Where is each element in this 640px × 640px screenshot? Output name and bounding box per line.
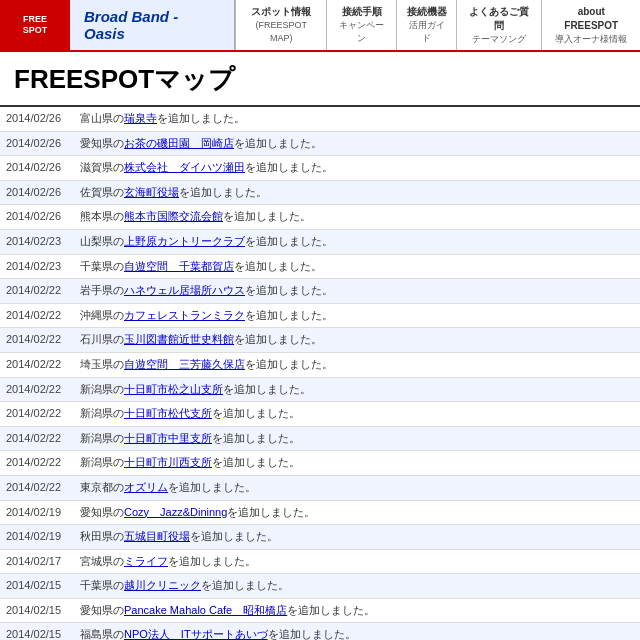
entry-date: 2014/02/22 — [6, 454, 80, 472]
entry-text: 新潟県の十日町市川西支所を追加しました。 — [80, 454, 300, 472]
entry-link[interactable]: オズリム — [124, 481, 168, 493]
entry-text: 新潟県の十日町市中里支所を追加しました。 — [80, 430, 300, 448]
nav-tab-4[interactable]: about FREESPOT導入オーナ様情報 — [541, 0, 640, 50]
entry-link[interactable]: 自遊空間 千葉都賀店 — [124, 260, 234, 272]
table-row: 2014/02/26熊本県の熊本市国際交流会館を追加しました。 — [0, 205, 640, 230]
entry-date: 2014/02/22 — [6, 430, 80, 448]
entry-date: 2014/02/15 — [6, 626, 80, 640]
entry-link[interactable]: 玄海町役場 — [124, 186, 179, 198]
table-row: 2014/02/22岩手県のハネウェル居場所ハウスを追加しました。 — [0, 279, 640, 304]
table-row: 2014/02/22埼玉県の自遊空間 三芳藤久保店を追加しました。 — [0, 353, 640, 378]
entry-text: 愛知県のCozy Jazz&Dininngを追加しました。 — [80, 504, 315, 522]
table-row: 2014/02/22新潟県の十日町市川西支所を追加しました。 — [0, 451, 640, 476]
table-row: 2014/02/19秋田県の五城目町役場を追加しました。 — [0, 525, 640, 550]
entry-date: 2014/02/15 — [6, 602, 80, 620]
table-row: 2014/02/22沖縄県のカフェレストランミラクを追加しました。 — [0, 304, 640, 329]
nav-tab-0[interactable]: スポット情報(FREESPOT MAP) — [235, 0, 326, 50]
logo-area: FREE SPOT — [0, 0, 70, 50]
entry-date: 2014/02/19 — [6, 528, 80, 546]
entry-date: 2014/02/26 — [6, 159, 80, 177]
table-row: 2014/02/26佐賀県の玄海町役場を追加しました。 — [0, 181, 640, 206]
table-row: 2014/02/23山梨県の上野原カントリークラブを追加しました。 — [0, 230, 640, 255]
entry-text: 千葉県の越川クリニックを追加しました。 — [80, 577, 289, 595]
entry-text: 宮城県のミライフを追加しました。 — [80, 553, 256, 571]
entry-date: 2014/02/23 — [6, 233, 80, 251]
entry-date: 2014/02/23 — [6, 258, 80, 276]
entry-text: 福島県のNPO法人 ITサポートあいづを追加しました。 — [80, 626, 356, 640]
content-area: 2014/02/26富山県の瑞泉寺を追加しました。2014/02/26愛知県のお… — [0, 107, 640, 640]
table-row: 2014/02/19愛知県のCozy Jazz&Dininngを追加しました。 — [0, 501, 640, 526]
nav-tabs: スポット情報(FREESPOT MAP)接続手順キャンペーン接続機器活用ガイドよ… — [235, 0, 640, 50]
table-row: 2014/02/22東京都のオズリムを追加しました。 — [0, 476, 640, 501]
entry-text: 愛知県のPancake Mahalo Cafe 昭和橋店を追加しました。 — [80, 602, 375, 620]
table-row: 2014/02/15愛知県のPancake Mahalo Cafe 昭和橋店を追… — [0, 599, 640, 624]
entry-link[interactable]: 十日町市松代支所 — [124, 407, 212, 419]
entry-link[interactable]: 五城目町役場 — [124, 530, 190, 542]
entry-link[interactable]: 十日町市川西支所 — [124, 456, 212, 468]
entry-date: 2014/02/22 — [6, 307, 80, 325]
entry-date: 2014/02/22 — [6, 479, 80, 497]
entry-link[interactable]: 瑞泉寺 — [124, 112, 157, 124]
table-row: 2014/02/15千葉県の越川クリニックを追加しました。 — [0, 574, 640, 599]
logo-text: FREE SPOT — [23, 14, 48, 36]
entry-text: 新潟県の十日町市松代支所を追加しました。 — [80, 405, 300, 423]
entry-text: 石川県の玉川図書館近世史料館を追加しました。 — [80, 331, 322, 349]
entry-text: 秋田県の五城目町役場を追加しました。 — [80, 528, 278, 546]
entry-text: 熊本県の熊本市国際交流会館を追加しました。 — [80, 208, 311, 226]
entry-text: 千葉県の自遊空間 千葉都賀店を追加しました。 — [80, 258, 322, 276]
entry-date: 2014/02/26 — [6, 110, 80, 128]
nav-tab-1[interactable]: 接続手順キャンペーン — [326, 0, 395, 50]
entry-text: 富山県の瑞泉寺を追加しました。 — [80, 110, 245, 128]
entry-link[interactable]: 上野原カントリークラブ — [124, 235, 245, 247]
table-row: 2014/02/15福島県のNPO法人 ITサポートあいづを追加しました。 — [0, 623, 640, 640]
table-row: 2014/02/26愛知県のお茶の磯田園 岡崎店を追加しました。 — [0, 132, 640, 157]
entry-link[interactable]: お茶の磯田園 岡崎店 — [124, 137, 234, 149]
entry-date: 2014/02/22 — [6, 356, 80, 374]
entry-link[interactable]: 株式会社 ダイハツ瀬田 — [124, 161, 245, 173]
entry-date: 2014/02/22 — [6, 405, 80, 423]
entry-date: 2014/02/26 — [6, 184, 80, 202]
entry-text: 愛知県のお茶の磯田園 岡崎店を追加しました。 — [80, 135, 322, 153]
entry-date: 2014/02/22 — [6, 282, 80, 300]
entry-link[interactable]: 自遊空間 三芳藤久保店 — [124, 358, 245, 370]
entry-link[interactable]: ミライフ — [124, 555, 168, 567]
entry-link[interactable]: 十日町市松之山支所 — [124, 383, 223, 395]
brand-text: Broad Band - Oasis — [84, 8, 220, 42]
entry-text: 山梨県の上野原カントリークラブを追加しました。 — [80, 233, 333, 251]
entry-date: 2014/02/19 — [6, 504, 80, 522]
table-row: 2014/02/26滋賀県の株式会社 ダイハツ瀬田を追加しました。 — [0, 156, 640, 181]
entry-date: 2014/02/17 — [6, 553, 80, 571]
table-row: 2014/02/22石川県の玉川図書館近世史料館を追加しました。 — [0, 328, 640, 353]
entry-link[interactable]: 十日町市中里支所 — [124, 432, 212, 444]
table-row: 2014/02/22新潟県の十日町市松代支所を追加しました。 — [0, 402, 640, 427]
entry-date: 2014/02/22 — [6, 381, 80, 399]
site-header: FREE SPOT Broad Band - Oasis スポット情報(FREE… — [0, 0, 640, 52]
entry-text: 埼玉県の自遊空間 三芳藤久保店を追加しました。 — [80, 356, 333, 374]
entry-link[interactable]: Pancake Mahalo Cafe 昭和橋店 — [124, 604, 287, 616]
table-row: 2014/02/17宮城県のミライフを追加しました。 — [0, 550, 640, 575]
entry-text: 沖縄県のカフェレストランミラクを追加しました。 — [80, 307, 333, 325]
entry-date: 2014/02/15 — [6, 577, 80, 595]
entry-link[interactable]: 越川クリニック — [124, 579, 201, 591]
entry-link[interactable]: NPO法人 ITサポートあいづ — [124, 628, 268, 640]
entry-text: 新潟県の十日町市松之山支所を追加しました。 — [80, 381, 311, 399]
entry-link[interactable]: 玉川図書館近世史料館 — [124, 333, 234, 345]
brand-area: Broad Band - Oasis — [70, 0, 235, 50]
entry-link[interactable]: 熊本市国際交流会館 — [124, 210, 223, 222]
table-row: 2014/02/22新潟県の十日町市中里支所を追加しました。 — [0, 427, 640, 452]
entry-text: 岩手県のハネウェル居場所ハウスを追加しました。 — [80, 282, 333, 300]
entry-text: 滋賀県の株式会社 ダイハツ瀬田を追加しました。 — [80, 159, 333, 177]
table-row: 2014/02/26富山県の瑞泉寺を追加しました。 — [0, 107, 640, 132]
entry-date: 2014/02/22 — [6, 331, 80, 349]
nav-tab-3[interactable]: よくあるご質問テーマソング — [456, 0, 541, 50]
entry-text: 東京都のオズリムを追加しました。 — [80, 479, 256, 497]
table-row: 2014/02/23千葉県の自遊空間 千葉都賀店を追加しました。 — [0, 255, 640, 280]
entry-date: 2014/02/26 — [6, 135, 80, 153]
entry-link[interactable]: ハネウェル居場所ハウス — [124, 284, 245, 296]
nav-tab-2[interactable]: 接続機器活用ガイド — [396, 0, 457, 50]
page-title: FREESPOTマップ — [0, 52, 640, 107]
entry-link[interactable]: Cozy Jazz&Dininng — [124, 506, 227, 518]
table-row: 2014/02/22新潟県の十日町市松之山支所を追加しました。 — [0, 378, 640, 403]
entry-text: 佐賀県の玄海町役場を追加しました。 — [80, 184, 267, 202]
entry-link[interactable]: カフェレストランミラク — [124, 309, 245, 321]
